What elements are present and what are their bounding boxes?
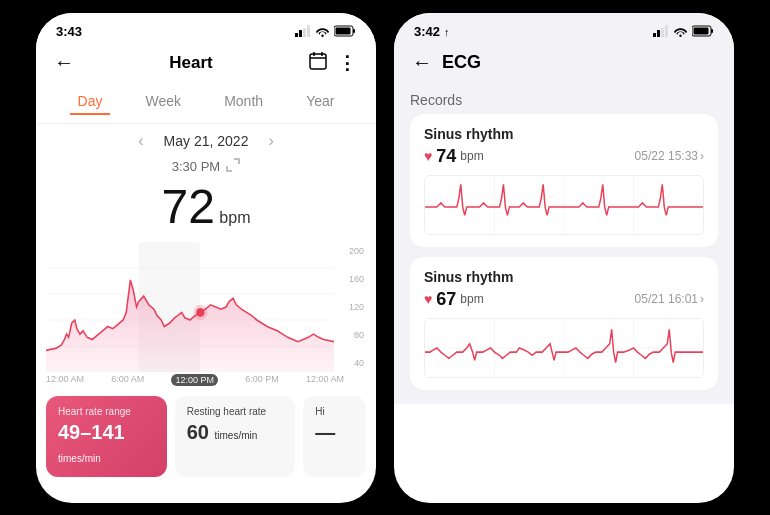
svg-rect-19 xyxy=(657,30,660,37)
ecg-record-1-meta: ♥ 74 bpm 05/22 15:33 › xyxy=(424,146,704,167)
y-label-40: 40 xyxy=(334,358,366,368)
y-label-200: 200 xyxy=(334,246,366,256)
ecg-record-2-meta: ♥ 67 bpm 05/21 16:01 › xyxy=(424,289,704,310)
records-label: Records xyxy=(410,92,718,108)
svg-rect-0 xyxy=(295,33,298,37)
expand-icon[interactable] xyxy=(226,158,240,175)
ecg-timestamp-1: 05/22 15:33 › xyxy=(635,149,704,163)
x-label-6pm: 6:00 PM xyxy=(245,374,279,386)
right-status-icons xyxy=(653,23,714,41)
heart-icon-1: ♥ xyxy=(424,148,432,164)
tab-week[interactable]: Week xyxy=(138,89,190,115)
hi-card: Hi — xyxy=(303,396,366,477)
svg-point-17 xyxy=(193,304,207,319)
heart-range-value: 49–141 times/min xyxy=(58,421,155,467)
heart-rate-chart: 200 160 120 80 40 xyxy=(46,242,366,372)
chevron-right-icon-2: › xyxy=(700,292,704,306)
ecg-record-2-rhythm: Sinus rhythm xyxy=(424,269,704,285)
ecg-record-1[interactable]: Sinus rhythm ♥ 74 bpm 05/22 15:33 › xyxy=(410,114,718,247)
tab-bar: Day Week Month Year xyxy=(36,81,376,124)
current-date: May 21, 2022 xyxy=(164,133,249,149)
ecg-bpm-unit-1: bpm xyxy=(460,149,483,163)
stats-bar: Heart rate range 49–141 times/min Restin… xyxy=(36,386,376,481)
hi-label: Hi xyxy=(315,406,354,417)
x-label-6am: 6:00 AM xyxy=(111,374,144,386)
left-nav-bar: ← Heart ⋮ xyxy=(36,45,376,81)
right-page-title: ECG xyxy=(442,52,481,73)
right-battery-icon xyxy=(692,23,714,41)
x-label-12am: 12:00 AM xyxy=(306,374,344,386)
ecg-chart-2 xyxy=(424,318,704,378)
reading-time: 3:30 PM xyxy=(172,159,220,174)
svg-rect-7 xyxy=(310,54,326,69)
left-phone-screen: 3:43 ← Heart xyxy=(36,13,376,503)
tab-month[interactable]: Month xyxy=(216,89,271,115)
svg-rect-6 xyxy=(336,27,351,34)
next-date-button[interactable]: › xyxy=(268,132,273,150)
y-label-80: 80 xyxy=(334,330,366,340)
chevron-right-icon-1: › xyxy=(700,149,704,163)
left-status-icons xyxy=(295,23,356,41)
ecg-record-2-bpm: ♥ 67 bpm xyxy=(424,289,484,310)
hi-value: — xyxy=(315,421,354,444)
resting-hr-card: Resting heart rate 60 times/min xyxy=(175,396,296,477)
prev-date-button[interactable]: ‹ xyxy=(138,132,143,150)
battery-icon xyxy=(334,23,356,41)
x-label-0: 12:00 AM xyxy=(46,374,84,386)
more-icon[interactable]: ⋮ xyxy=(338,52,358,74)
back-button[interactable]: ← xyxy=(54,51,74,74)
svg-rect-5 xyxy=(353,29,355,33)
right-nav-bar: ← ECG xyxy=(394,45,734,84)
resting-hr-value: 60 times/min xyxy=(187,421,284,444)
heart-range-card: Heart rate range 49–141 times/min xyxy=(46,396,167,477)
ecg-bpm-value-2: 67 xyxy=(436,289,456,310)
heart-rate-display: 72 bpm xyxy=(36,175,376,242)
svg-rect-21 xyxy=(665,25,668,37)
date-navigation: ‹ May 21, 2022 › xyxy=(36,124,376,158)
heart-range-label: Heart rate range xyxy=(58,406,155,417)
wifi-icon xyxy=(315,23,330,41)
ecg-bpm-unit-2: bpm xyxy=(460,292,483,306)
tab-day[interactable]: Day xyxy=(70,89,111,115)
heart-rate-unit: bpm xyxy=(219,209,250,226)
svg-rect-18 xyxy=(653,33,656,37)
svg-rect-3 xyxy=(307,25,310,37)
svg-rect-23 xyxy=(711,29,713,33)
heart-rate-number: 72 xyxy=(162,180,215,233)
ecg-bpm-value-1: 74 xyxy=(436,146,456,167)
left-nav-right: ⋮ xyxy=(308,51,358,75)
svg-rect-24 xyxy=(694,27,709,34)
left-status-time: 3:43 xyxy=(56,24,82,39)
right-wifi-icon xyxy=(673,23,688,41)
right-phone-screen: 3:42 ↑ ← ECG Records xyxy=(394,13,734,503)
left-status-bar: 3:43 xyxy=(36,13,376,45)
signal-icon xyxy=(295,25,311,39)
tab-year[interactable]: Year xyxy=(298,89,342,115)
x-axis: 12:00 AM 6:00 AM 12:00 PM 6:00 PM 12:00 … xyxy=(36,372,344,386)
ecg-chart-1 xyxy=(424,175,704,235)
ecg-timestamp-2: 05/21 16:01 › xyxy=(635,292,704,306)
calendar-icon[interactable] xyxy=(308,51,328,75)
x-label-12pm: 12:00 PM xyxy=(171,374,218,386)
ecg-record-1-bpm: ♥ 74 bpm xyxy=(424,146,484,167)
chart-svg xyxy=(46,242,334,372)
svg-rect-1 xyxy=(299,30,302,37)
heart-icon-2: ♥ xyxy=(424,291,432,307)
right-back-button[interactable]: ← xyxy=(412,51,432,74)
location-icon: ↑ xyxy=(444,26,450,38)
page-title: Heart xyxy=(169,53,212,73)
resting-hr-label: Resting heart rate xyxy=(187,406,284,417)
ecg-record-2[interactable]: Sinus rhythm ♥ 67 bpm 05/21 16:01 › xyxy=(410,257,718,390)
svg-rect-2 xyxy=(303,28,306,37)
records-section: Records Sinus rhythm ♥ 74 bpm 05/22 15:3… xyxy=(394,84,734,404)
right-status-bar: 3:42 ↑ xyxy=(394,13,734,45)
left-nav-left: ← xyxy=(54,51,74,74)
right-signal-icon xyxy=(653,23,669,41)
svg-rect-20 xyxy=(661,28,664,37)
ecg-record-1-rhythm: Sinus rhythm xyxy=(424,126,704,142)
heart-time-row: 3:30 PM xyxy=(36,158,376,175)
right-status-time: 3:42 xyxy=(414,24,440,39)
y-label-120: 120 xyxy=(334,302,366,312)
y-label-160: 160 xyxy=(334,274,366,284)
y-axis: 200 160 120 80 40 xyxy=(334,242,366,372)
